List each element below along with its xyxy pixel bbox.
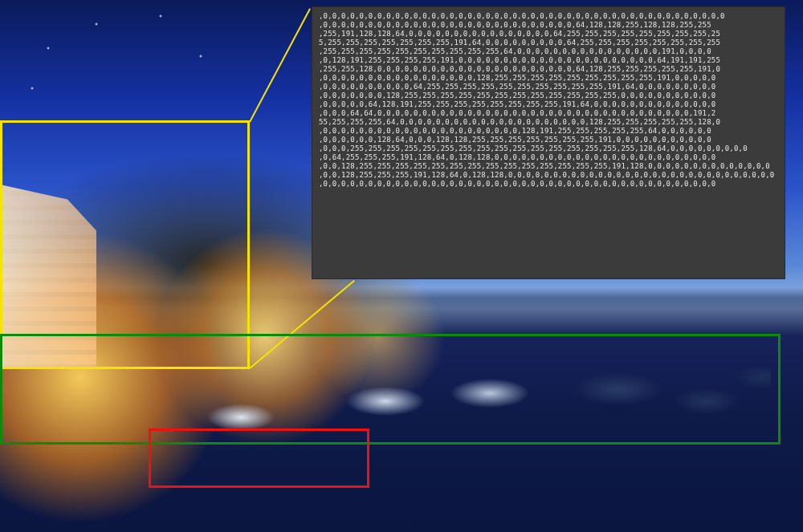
roi-green-boats [0, 334, 781, 445]
pixel-data-panel: ,0,0,0,0,0,0,0,0,0,0,0,0,0,0,0,0,0,0,0,0… [312, 6, 785, 279]
roi-red-foreground-boat [149, 428, 369, 488]
roi-yellow-sky [0, 120, 250, 369]
scene-root: ,0,0,0,0,0,0,0,0,0,0,0,0,0,0,0,0,0,0,0,0… [0, 0, 803, 532]
